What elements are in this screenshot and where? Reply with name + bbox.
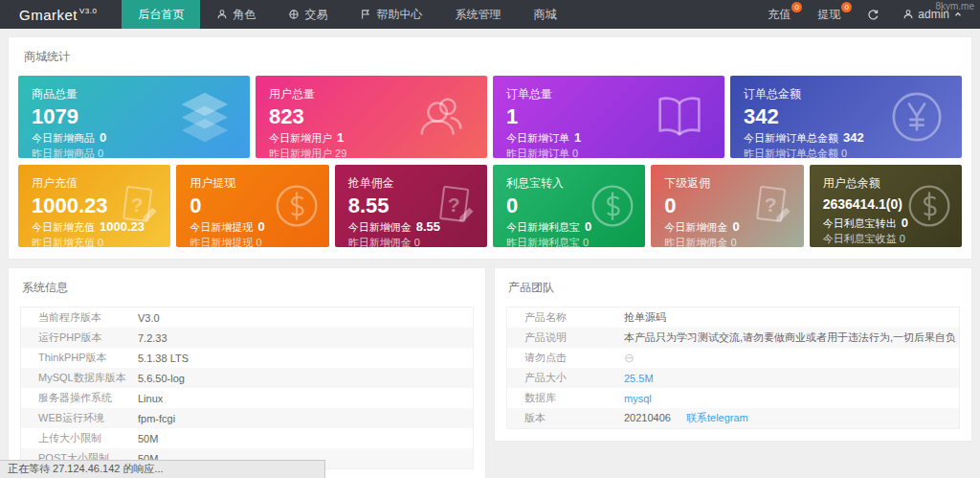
row-link[interactable]: 25.5M (624, 373, 654, 384)
table-row: ThinkPHP版本5.1.38 LTS (21, 348, 473, 368)
stat-card-yesterday: 昨日新增提现 0 (189, 235, 315, 247)
stat-card: 用户提现0今日新增提现 0昨日新增提现 0 (176, 165, 328, 247)
nav-item-mall[interactable]: 商城 (517, 0, 572, 29)
doc-icon: ? (746, 181, 796, 231)
refresh-icon (867, 9, 880, 21)
nav-item-roles[interactable]: 角色 (200, 0, 272, 29)
stat-card: 下级返佣0今日新增佣金 0昨日新增佣金 0? (651, 165, 803, 247)
row-label: 运行PHP版本 (21, 330, 138, 345)
main-content: 商城统计 商品总量1079今日新增商品 0昨日新增商品 0用户总量823今日新增… (0, 29, 980, 478)
nav-item-label: 角色 (233, 7, 256, 23)
nav-item-help[interactable]: 帮助中心 (344, 0, 438, 29)
withdraw-label: 提现 (817, 7, 840, 23)
flag-icon (360, 9, 371, 20)
row-label: 服务器操作系统 (21, 391, 138, 405)
row-value: 5.6.50-log (138, 373, 185, 384)
table-row: 产品大小25.5M (507, 368, 959, 388)
recharge-label: 充值 (768, 7, 791, 23)
contact-telegram-link[interactable]: 联系telegram (686, 412, 748, 423)
nav-item-system[interactable]: 系统管理 (438, 0, 517, 29)
row-link[interactable]: mysql (624, 393, 652, 404)
table-row: 运行PHP版本7.2.33 (21, 328, 473, 348)
stat-card-yesterday: 昨日新增佣金 0 (348, 235, 474, 247)
row-value: mysql (624, 393, 652, 404)
row-label: 当前程序版本 (21, 310, 138, 325)
bottom-panels: 系统信息 当前程序版本V3.0运行PHP版本7.2.33ThinkPHP版本5.… (8, 267, 972, 478)
dollar-icon (904, 181, 954, 231)
table-row: WEB运行环境fpm-fcgi (21, 408, 473, 428)
stat-cards-row2: 用户充值1000.23今日新增充值 1000.23昨日新增充值 0?用户提现0今… (18, 165, 962, 247)
logo-text: Gmarket (19, 7, 78, 23)
users-icon (412, 87, 472, 147)
system-info-title: 系统信息 (22, 280, 474, 296)
row-label: 产品大小 (507, 371, 624, 385)
row-value: V3.0 (138, 312, 160, 324)
yen-icon (887, 87, 947, 147)
table-row: 产品名称抢单源码 (507, 307, 959, 328)
stat-card: 商品总量1079今日新增商品 0昨日新增商品 0 (18, 76, 250, 158)
table-row: 请勿点击⊖ (507, 348, 959, 368)
browser-status-bar: 正在等待 27.124.46.142 的响应... (0, 460, 325, 478)
row-value: 25.5M (624, 373, 654, 384)
user-icon (902, 9, 914, 20)
dollar-icon (272, 181, 322, 231)
row-label: 版本 (507, 411, 624, 425)
row-label: 数据库 (507, 391, 624, 405)
mall-statistics-title: 商城统计 (24, 49, 962, 65)
stat-card-yesterday: 昨日新增佣金 0 (664, 235, 790, 247)
stat-card: 用户总余额2636414.1(0)今日利息宝转出 0今日利息宝收益 0 (810, 165, 962, 247)
table-row: 版本20210406联系telegram (507, 408, 959, 428)
nav-item-trade[interactable]: 交易 (272, 0, 344, 29)
svg-text:?: ? (448, 193, 460, 216)
globe-icon (288, 9, 300, 20)
row-value: 5.1.38 LTS (138, 353, 189, 364)
row-label: WEB运行环境 (21, 411, 138, 425)
withdraw-badge: 0 (841, 2, 852, 12)
doc-icon: ? (430, 181, 479, 231)
row-value: 抢单源码 (624, 310, 666, 325)
stat-card: 利息宝转入0今日新增利息宝 0昨日新增利息宝 0 (493, 165, 645, 247)
stat-card: 用户充值1000.23今日新增充值 1000.23昨日新增充值 0? (18, 165, 170, 247)
table-row: 当前程序版本V3.0 (21, 307, 473, 328)
nav-item-label: 帮助中心 (376, 7, 422, 23)
refresh-button[interactable] (854, 0, 893, 29)
row-label: ThinkPHP版本 (21, 351, 138, 365)
row-label: 上传大小限制 (21, 431, 138, 445)
nav-item-home[interactable]: 后台首页 (122, 0, 200, 29)
row-label: MySQL数据库版本 (21, 371, 138, 385)
table-row: 上传大小限制50M (21, 428, 473, 448)
mall-statistics-panel: 商城统计 商品总量1079今日新增商品 0昨日新增商品 0用户总量823今日新增… (8, 36, 972, 260)
table-row: 产品说明本产品只为学习测试交流,请勿要做商业或者用于违法行为,一切后果自负 (507, 328, 959, 348)
system-info-table: 当前程序版本V3.0运行PHP版本7.2.33ThinkPHP版本5.1.38 … (20, 307, 474, 469)
row-label: 产品名称 (507, 310, 624, 325)
system-info-panel: 系统信息 当前程序版本V3.0运行PHP版本7.2.33ThinkPHP版本5.… (8, 267, 486, 478)
stat-card-yesterday: 昨日新增商品 0 (32, 146, 236, 158)
product-team-table: 产品名称抢单源码产品说明本产品只为学习测试交流,请勿要做商业或者用于违法行为,一… (506, 307, 960, 429)
recharge-badge: 0 (791, 2, 802, 12)
person-icon (216, 9, 228, 20)
row-value: fpm-fcgi (138, 413, 175, 424)
row-value: ⊖ (624, 352, 635, 364)
row-value: 50M (138, 433, 158, 444)
svg-text:?: ? (764, 193, 776, 216)
navbar: GmarketV3.0 后台首页 角色 交易 帮助中心 系统管理 商城 充值 0 (0, 0, 980, 29)
stat-card-yesterday: 昨日新增订单总金额 0 (744, 146, 948, 158)
dollar-icon (588, 181, 637, 231)
nav-item-label: 交易 (304, 7, 327, 23)
table-row: MySQL数据库版本5.6.50-log (21, 368, 473, 388)
svg-text:?: ? (131, 193, 144, 216)
recharge-button[interactable]: 充值 0 (754, 0, 804, 29)
stat-card: 订单总金额342今日新增订单总金额 342昨日新增订单总金额 0 (730, 76, 962, 158)
product-team-title: 产品团队 (508, 280, 960, 296)
row-label: 请勿点击 (507, 351, 624, 365)
doc-icon: ? (113, 181, 163, 231)
stat-card-yesterday: 昨日新增充值 0 (32, 235, 157, 247)
book-icon (650, 87, 709, 147)
watermark: 8kym.me (935, 1, 974, 11)
withdraw-button[interactable]: 提现 0 (804, 0, 854, 29)
stat-card: 订单总量1今日新增订单 1昨日新增订单 0 (493, 76, 724, 158)
product-team-panel: 产品团队 产品名称抢单源码产品说明本产品只为学习测试交流,请勿要做商业或者用于违… (494, 267, 972, 442)
row-value: 7.2.33 (138, 332, 167, 344)
layers-icon (175, 87, 234, 147)
row-label: 产品说明 (507, 330, 624, 345)
